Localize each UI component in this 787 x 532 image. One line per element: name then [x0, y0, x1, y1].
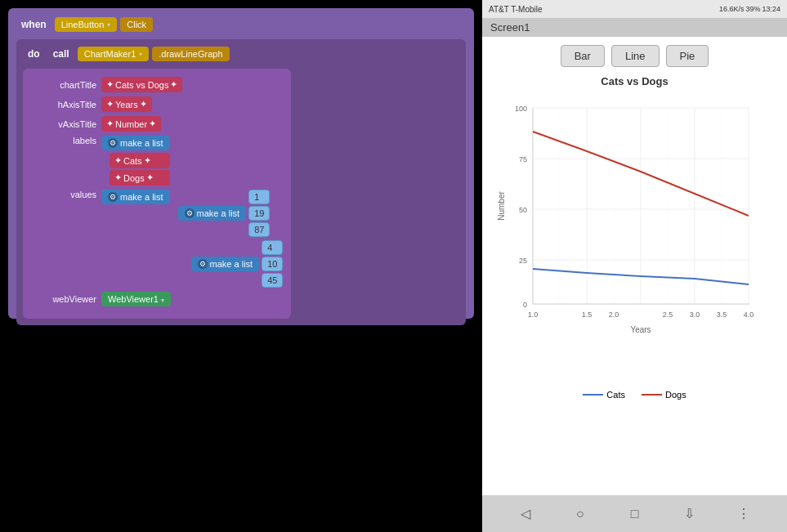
pie-button[interactable]: Pie [666, 45, 709, 67]
event-block-name: LineButton [61, 20, 105, 29]
time: 13:24 [762, 5, 780, 13]
param-webviewer: webViewer WebViewer1 ▾ [31, 292, 283, 306]
home-button[interactable]: ○ [570, 504, 590, 524]
param-chart-title: chartTitle ✦ Cats vs Dogs ✦ [31, 77, 283, 92]
haxis-label: hAxisTitle [31, 100, 96, 110]
gear-icon-dogs[interactable]: ⚙ [198, 259, 208, 269]
dogs-values: 4 10 45 [262, 240, 283, 288]
signal-speed: 16.6K/s [719, 5, 745, 13]
when-label: when [16, 16, 51, 33]
chart-title: Cats vs Dogs [496, 75, 774, 87]
param-vaxis-title: vAxisTitle ✦ Number ✦ [31, 116, 283, 132]
chartmaker-name: ChartMaker1 [84, 49, 136, 59]
back-button[interactable]: ◁ [516, 504, 535, 524]
svg-text:2.0: 2.0 [608, 311, 619, 319]
make-list-cats[interactable]: ⚙ make a list [178, 206, 247, 221]
event-block[interactable]: LineButton ▾ [55, 17, 118, 32]
event-dropdown-arrow[interactable]: ▾ [107, 21, 110, 29]
nav-bar: ◁ ○ □ ⇩ ⋮ [482, 495, 787, 532]
legend-cats: Cats [583, 390, 625, 400]
dog-val-2[interactable]: 10 [262, 257, 283, 271]
blocks-area: when LineButton ▾ Click do call ChartMak… [8, 8, 474, 319]
chart-title-value[interactable]: ✦ Cats vs Dogs ✦ [101, 77, 182, 92]
svg-text:75: 75 [518, 155, 526, 163]
phone-content: Bar Line Pie Cats vs Dogs [482, 37, 787, 495]
svg-text:100: 100 [514, 105, 526, 113]
settings-button[interactable]: ⇩ [679, 504, 699, 524]
param-labels: labels ⚙ make a list ✦ Cats ✦ [31, 136, 283, 186]
chart-title-dot: ✦ [106, 79, 114, 90]
cat-val-3[interactable]: 87 [248, 222, 270, 237]
legend-dogs: Dogs [642, 390, 686, 400]
dog-val-1[interactable]: 4 [262, 240, 283, 255]
phone-panel: AT&T T-Mobile 16.6K/s 39% 13:24 Screen1 … [482, 0, 787, 532]
svg-text:1.0: 1.0 [527, 311, 538, 319]
cats-values: 1 19 87 [248, 190, 270, 237]
cats-legend-label: Cats [606, 390, 625, 400]
dog-val-3[interactable]: 45 [262, 273, 283, 288]
values-label: values [31, 190, 96, 199]
gear-icon-labels[interactable]: ⚙ [108, 138, 118, 148]
svg-text:1.5: 1.5 [581, 311, 592, 319]
svg-text:Number: Number [497, 191, 506, 221]
chart-buttons: Bar Line Pie [561, 45, 709, 67]
svg-text:3.0: 3.0 [689, 311, 700, 319]
webviewer-label: webViewer [31, 294, 96, 304]
cat-val-1[interactable]: 1 [248, 190, 270, 204]
labels-label: labels [31, 136, 96, 145]
chart-area: 100 75 50 25 0 1.0 1.5 2.0 2.5 3.0 3.5 4… [496, 92, 774, 386]
event-action[interactable]: Click [120, 17, 153, 32]
dogs-legend-label: Dogs [665, 390, 686, 400]
recents-button[interactable]: □ [624, 504, 644, 524]
line-button[interactable]: Line [611, 45, 660, 67]
make-list-dogs[interactable]: ⚙ make a list [191, 257, 260, 271]
svg-text:3.5: 3.5 [716, 311, 727, 319]
haxis-value[interactable]: ✦ Years ✦ [101, 96, 152, 112]
dogs-legend-line [642, 394, 662, 396]
chart-svg: 100 75 50 25 0 1.0 1.5 2.0 2.5 3.0 3.5 4… [496, 92, 758, 361]
do-label: do [23, 46, 45, 62]
make-list-labels[interactable]: ⚙ make a list [101, 136, 170, 150]
carrier: AT&T T-Mobile [489, 5, 543, 14]
status-bar: AT&T T-Mobile 16.6K/s 39% 13:24 [482, 0, 787, 18]
chartmaker-dropdown[interactable]: ▾ [139, 51, 142, 58]
chartmaker-block[interactable]: ChartMaker1 ▾ [78, 47, 150, 61]
status-left: AT&T T-Mobile [489, 5, 543, 14]
label-cats[interactable]: ✦ Cats ✦ [110, 153, 170, 168]
svg-text:Years: Years [630, 325, 651, 334]
status-right: 16.6K/s 39% 13:24 [719, 5, 780, 13]
do-block: do call ChartMaker1 ▾ .drawLineGraph cha… [16, 39, 466, 325]
chart-legend: Cats Dogs [496, 390, 774, 400]
svg-text:0: 0 [522, 301, 526, 309]
draw-method[interactable]: .drawLineGraph [152, 47, 229, 61]
gear-icon-outer[interactable]: ⚙ [108, 192, 118, 202]
block-editor: when LineButton ▾ Click do call ChartMak… [0, 0, 482, 532]
draw-block: chartTitle ✦ Cats vs Dogs ✦ hAxisTitle ✦… [23, 69, 291, 319]
svg-text:50: 50 [518, 206, 526, 214]
chart-container: Cats vs Dogs [496, 75, 774, 402]
param-haxis-title: hAxisTitle ✦ Years ✦ [31, 96, 283, 112]
more-button[interactable]: ⋮ [734, 504, 753, 524]
battery: 39% [745, 5, 760, 13]
svg-text:4.0: 4.0 [743, 311, 753, 319]
cat-val-2[interactable]: 19 [248, 206, 270, 221]
screen-title: Screen1 [482, 18, 787, 37]
call-label: call [48, 46, 74, 62]
svg-text:25: 25 [518, 257, 526, 265]
webviewer-dropdown[interactable]: ▾ [161, 297, 164, 304]
bar-button[interactable]: Bar [561, 45, 605, 67]
label-dogs[interactable]: ✦ Dogs ✦ [110, 170, 170, 186]
param-values: values ⚙ make a list ⚙ make a list [31, 190, 283, 288]
chart-title-label: chartTitle [31, 80, 96, 90]
chart-title-dot2: ✦ [170, 79, 177, 90]
vaxis-value[interactable]: ✦ Number ✦ [101, 116, 161, 132]
when-row: when LineButton ▾ Click [16, 16, 466, 33]
make-list-outer[interactable]: ⚙ make a list [101, 190, 170, 204]
webviewer-value[interactable]: WebViewer1 ▾ [101, 292, 171, 306]
svg-text:2.5: 2.5 [662, 311, 673, 319]
cats-legend-line [583, 394, 603, 396]
vaxis-label: vAxisTitle [31, 119, 96, 129]
call-row: do call ChartMaker1 ▾ .drawLineGraph [23, 46, 459, 62]
gear-icon-cats[interactable]: ⚙ [185, 208, 195, 218]
